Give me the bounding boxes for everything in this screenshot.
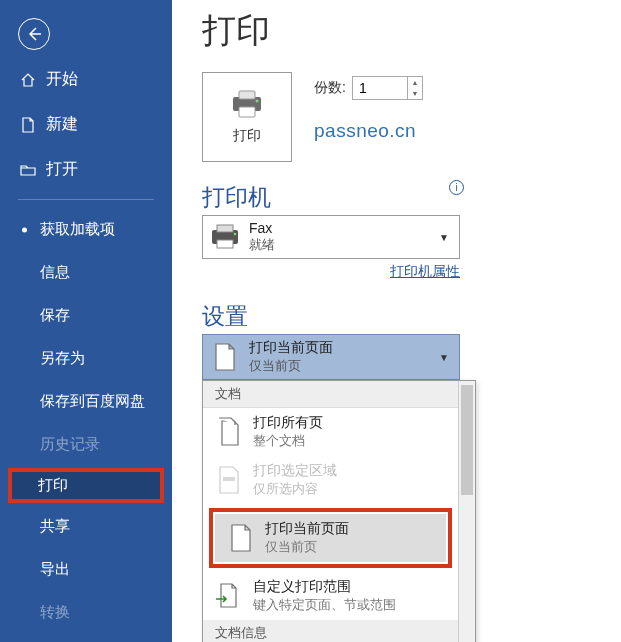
svg-rect-1	[239, 91, 255, 99]
dropdown-scrollbar[interactable]	[458, 381, 475, 642]
printer-icon	[229, 89, 265, 119]
option-print-selection: 打印选定区域 仅所选内容	[203, 456, 458, 504]
open-folder-icon	[20, 162, 36, 178]
nav-separator	[18, 199, 154, 200]
print-button-label: 打印	[233, 127, 261, 145]
dropdown-section-document: 文档	[203, 381, 458, 408]
svg-rect-2	[239, 107, 255, 117]
print-range-dropdown: 文档 打印所有页 整个文档	[202, 380, 476, 642]
svg-rect-6	[217, 240, 233, 248]
page-title: 打印	[202, 8, 621, 54]
page-icon	[209, 342, 241, 372]
caret-down-icon: ▼	[439, 232, 449, 243]
nav-save-as[interactable]: 另存为	[0, 341, 172, 376]
copies-label: 份数:	[314, 79, 346, 97]
option-custom-range[interactable]: 自定义打印范围 键入特定页面、节或范围	[203, 572, 458, 620]
svg-point-3	[256, 100, 259, 103]
nav-save[interactable]: 保存	[0, 298, 172, 333]
nav-share-label: 共享	[40, 517, 70, 534]
back-button[interactable]	[18, 18, 50, 50]
print-range-picker[interactable]: 打印当前页面 仅当前页 ▼	[202, 334, 460, 380]
nav-save-baidu-label: 保存到百度网盘	[40, 392, 145, 409]
nav-home-label: 开始	[46, 69, 78, 90]
nav-open-label: 打开	[46, 159, 78, 180]
nav-get-addons[interactable]: 获取加载项	[0, 212, 172, 247]
nav-save-label: 保存	[40, 306, 70, 323]
printer-picker[interactable]: Fax 就绪 ▼	[202, 215, 460, 259]
nav-save-as-label: 另存为	[40, 349, 85, 366]
opt-custom-sub: 键入特定页面、节或范围	[253, 596, 396, 614]
option-print-current-page[interactable]: 打印当前页面 仅当前页	[215, 514, 446, 562]
nav-save-baidu[interactable]: 保存到百度网盘	[0, 384, 172, 419]
option-print-all-pages[interactable]: 打印所有页 整个文档	[203, 408, 458, 456]
sidebar: 开始 新建 打开 获取加载项 信息 保存 另存为 保存到百度网盘 历史记录 打印…	[0, 0, 172, 642]
nav-get-addons-label: 获取加载项	[40, 220, 115, 237]
svg-rect-8	[223, 477, 235, 481]
nav-transform[interactable]: 转换	[0, 595, 172, 630]
nav-export-label: 导出	[40, 560, 70, 577]
range-selected-sub: 仅当前页	[249, 357, 435, 375]
nav-print[interactable]: 打印	[8, 468, 164, 503]
opt-all-title: 打印所有页	[253, 414, 323, 432]
pages-stack-icon	[211, 414, 247, 450]
home-icon	[20, 72, 36, 88]
opt-all-sub: 整个文档	[253, 432, 323, 450]
nav-open[interactable]: 打开	[0, 152, 172, 187]
copies-down-icon[interactable]: ▼	[408, 88, 422, 99]
nav-export[interactable]: 导出	[0, 552, 172, 587]
printer-section-title: 打印机	[202, 182, 271, 213]
fax-icon	[209, 222, 241, 252]
print-button[interactable]: 打印	[202, 72, 292, 162]
scrollbar-thumb[interactable]	[461, 385, 473, 495]
page-arrow-icon	[211, 578, 247, 614]
nav-info[interactable]: 信息	[0, 255, 172, 290]
copies-input[interactable]	[353, 77, 407, 99]
new-doc-icon	[20, 117, 36, 133]
copies-up-icon[interactable]: ▲	[408, 77, 422, 88]
nav-history-label: 历史记录	[40, 435, 100, 452]
nav-info-label: 信息	[40, 263, 70, 280]
nav-new[interactable]: 新建	[0, 107, 172, 142]
nav-home[interactable]: 开始	[0, 62, 172, 97]
watermark-text: passneo.cn	[314, 120, 423, 142]
printer-properties-link[interactable]: 打印机属性	[202, 263, 460, 281]
svg-point-7	[234, 233, 237, 236]
opt-cur-title: 打印当前页面	[265, 520, 349, 538]
main-panel: 打印 打印 份数: ▲ ▼	[172, 0, 621, 642]
page-selection-icon	[211, 462, 247, 498]
opt-cur-sub: 仅当前页	[265, 538, 349, 556]
svg-rect-5	[217, 225, 233, 232]
copies-spinner[interactable]: ▲ ▼	[352, 76, 423, 100]
range-selected-title: 打印当前页面	[249, 339, 435, 357]
nav-print-label: 打印	[38, 476, 68, 493]
dropdown-section-docinfo: 文档信息	[203, 620, 458, 642]
caret-down-icon: ▼	[439, 352, 449, 363]
printer-info-icon[interactable]: i	[449, 180, 464, 195]
page-icon	[223, 520, 259, 556]
printer-name: Fax	[249, 220, 435, 236]
highlight-box: 打印当前页面 仅当前页	[209, 508, 452, 568]
nav-transform-label: 转换	[40, 603, 70, 620]
nav-share[interactable]: 共享	[0, 509, 172, 544]
opt-sel-title: 打印选定区域	[253, 462, 337, 480]
opt-sel-sub: 仅所选内容	[253, 480, 337, 498]
back-arrow-icon	[25, 25, 43, 43]
printer-status: 就绪	[249, 236, 435, 254]
nav-new-label: 新建	[46, 114, 78, 135]
settings-section-title: 设置	[202, 301, 621, 332]
opt-custom-title: 自定义打印范围	[253, 578, 396, 596]
nav-history[interactable]: 历史记录	[0, 427, 172, 462]
